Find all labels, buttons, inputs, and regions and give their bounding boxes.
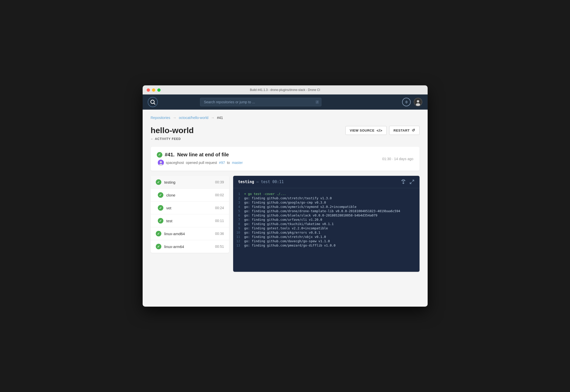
log-line-text: go: finding github.com/bluele/slack v0.0…: [244, 213, 378, 217]
log-line: 13go: finding github.com/pmezard/go-diff…: [233, 243, 420, 248]
breadcrumb: Repositories → octocat/hello-world → #41: [151, 116, 420, 120]
user-avatar[interactable]: [414, 98, 422, 106]
breadcrumb-repo[interactable]: octocat/hello-world: [179, 116, 208, 120]
notification-badge[interactable]: 0: [402, 98, 411, 106]
view-source-button[interactable]: VIEW SOURCE </>: [345, 126, 387, 135]
step-left: testing: [156, 179, 176, 185]
breadcrumb-arrow-2: →: [211, 116, 214, 120]
page-title: hello-world: [151, 126, 194, 135]
log-line-number: 6: [233, 213, 244, 217]
step-left-vet: vet: [156, 205, 171, 211]
navbar: / 0: [143, 94, 428, 110]
window-title: Build #41.1.3 - drone-plugins/drone-slac…: [250, 88, 320, 92]
svg-point-6: [160, 161, 162, 163]
activity-feed-link[interactable]: ← ACTIVITY FEED: [151, 137, 420, 141]
header-actions: VIEW SOURCE </> RESTART ↺: [345, 126, 420, 135]
svg-line-1: [154, 103, 155, 105]
svg-line-10: [410, 182, 411, 184]
window-controls: [147, 88, 161, 92]
log-line-number: 8: [233, 222, 244, 226]
build-layout: testing 00:39 clone 00:02 vet: [151, 176, 420, 272]
build-status-icon: [157, 152, 162, 158]
step-left-clone: clone: [156, 192, 176, 198]
kbd-shortcut: /: [316, 100, 319, 104]
build-duration: 01:30: [382, 157, 391, 161]
step-item-linux-amd64[interactable]: linux-amd64 00:36: [151, 227, 229, 240]
search-bar[interactable]: /: [200, 98, 321, 106]
log-line-text: + go test -cover ./...: [244, 192, 286, 196]
log-line-number: 4: [233, 205, 244, 209]
log-line-number: 2: [233, 196, 244, 200]
step-left-test: test: [156, 218, 172, 224]
step-time-clone: 00:02: [215, 193, 224, 197]
log-line-number: 12: [233, 239, 244, 243]
step-item-test[interactable]: test 00:11: [151, 214, 229, 227]
search-input[interactable]: [200, 98, 321, 106]
build-author: spaceghost: [166, 161, 184, 165]
step-left-linux-arm64: linux-arm64: [156, 244, 184, 249]
minimize-button[interactable]: [152, 88, 155, 92]
build-title-text: New line at end of file: [177, 152, 229, 158]
build-card: #41.New line at end of file spaceghost o…: [151, 147, 420, 171]
log-line-text: go: finding github.com/pkg/errors v0.8.1: [244, 231, 320, 234]
log-line-text: go: finding github.com/stretchr/objx v0.…: [244, 235, 326, 239]
build-branch[interactable]: master: [232, 161, 243, 165]
step-name-clone: clone: [166, 193, 176, 197]
log-dur-val: 00:11: [272, 180, 284, 184]
log-line-number: 7: [233, 218, 244, 222]
maximize-button[interactable]: [157, 88, 161, 92]
log-actions: [401, 179, 414, 184]
expand-log-button[interactable]: [409, 179, 414, 184]
log-line-text: go: finding gotest.tools v2.2.0+incompat…: [244, 226, 328, 230]
step-item-linux-arm64[interactable]: linux-arm64 00:51: [151, 240, 229, 253]
step-item-vet[interactable]: vet 00:24: [151, 202, 229, 214]
step-time-vet: 00:24: [215, 206, 224, 210]
step-time-testing: 00:39: [215, 180, 224, 184]
breadcrumb-repositories[interactable]: Repositories: [151, 116, 170, 120]
log-separator: —: [256, 180, 261, 184]
log-body: 1+ go test -cover ./...2go: finding gith…: [233, 188, 420, 251]
log-line: 3go: finding github.com/google/go-cmp v0…: [233, 200, 420, 205]
step-check-vet: [158, 205, 163, 211]
view-source-label: VIEW SOURCE: [350, 129, 375, 132]
build-pr-link[interactable]: #97: [219, 161, 225, 165]
step-name-testing: testing: [164, 180, 176, 184]
close-button[interactable]: [147, 88, 150, 92]
log-line-text: go: finding github.com/google/go-cmp v0.…: [244, 201, 326, 204]
build-action: opened pull request: [186, 161, 217, 165]
log-panel: testing — test 00:11: [233, 176, 420, 272]
log-line-text: go: finding github.com/tkuchiki/faketime…: [244, 222, 334, 226]
title-bar: Build #41.1.3 - drone-plugins/drone-slac…: [143, 85, 428, 94]
log-line-number: 13: [233, 243, 244, 247]
main-content: Repositories → octocat/hello-world → #41…: [143, 110, 428, 307]
restart-icon: ↺: [412, 128, 415, 133]
build-meta: spaceghost opened pull request #97 to ma…: [157, 160, 243, 166]
step-name-vet: vet: [166, 206, 171, 210]
log-header: testing — test 00:11: [233, 176, 420, 188]
log-line: 4go: finding github.com/aymerick/raymond…: [233, 205, 420, 209]
build-target-label: to: [227, 161, 230, 165]
restart-button[interactable]: RESTART ↺: [389, 126, 419, 135]
log-line-text: go: finding github.com/davecgh/go-spew v…: [244, 239, 330, 243]
log-line-number: 1: [233, 192, 244, 196]
log-line: 11go: finding github.com/stretchr/objx v…: [233, 235, 420, 239]
svg-point-3: [417, 100, 419, 103]
breadcrumb-build: #41: [217, 116, 223, 120]
step-time-linux-amd64: 00:36: [215, 232, 224, 236]
step-item-clone[interactable]: clone 00:02: [151, 189, 229, 202]
log-line-number: 9: [233, 226, 244, 230]
log-line: 5go: finding github.com/drone/drone-temp…: [233, 209, 420, 213]
step-name-linux-amd64: linux-amd64: [164, 232, 185, 236]
step-check-test: [158, 218, 163, 224]
log-line-text: go: finding github.com/pmezard/go-diffli…: [244, 243, 336, 247]
step-check-linux-arm64: [156, 244, 161, 249]
download-log-button[interactable]: [401, 179, 406, 184]
log-line: 2go: finding github.com/stretchr/testify…: [233, 196, 420, 200]
activity-feed-label: ← ACTIVITY FEED: [151, 137, 181, 141]
step-item-testing[interactable]: testing 00:39: [151, 176, 229, 189]
log-stage: testing: [238, 180, 254, 184]
log-line: 7go: finding github.com/urfave/cli v1.20…: [233, 217, 420, 222]
log-title: testing — test 00:11: [238, 180, 284, 184]
logo[interactable]: [148, 97, 158, 107]
step-name-test: test: [166, 219, 172, 223]
